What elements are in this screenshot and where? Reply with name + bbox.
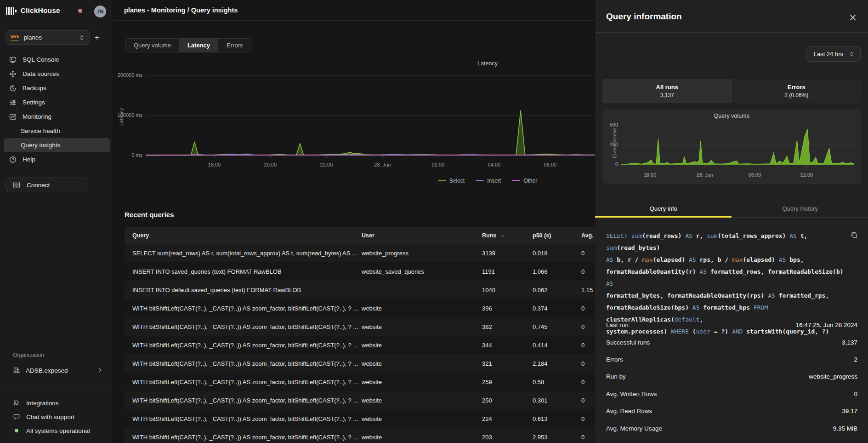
latency-y-ticks: 0 ms100000 ms200000 ms [114,0,142,184]
tab-query-info[interactable]: Query info [595,200,732,217]
table-row[interactable]: WITH bitShiftLeft(CAST(?..), _CAST(?..))… [125,373,595,391]
table-row[interactable]: SELECT sum(read_rows) AS r, sum(total_ro… [125,244,595,262]
monitoring-icon [9,113,17,121]
table-row[interactable]: WITH bitShiftLeft(CAST(?..), _CAST(?..))… [125,391,595,409]
sql-token: AS [689,256,699,263]
legend-item-other[interactable]: Other [512,178,537,184]
sidebar-item-monitoring[interactable]: Monitoring [4,109,110,124]
detail-value: 3,137 [842,339,857,346]
sql-token: AS [789,232,800,239]
sql-token: formatReadableQuantity(r) [606,268,700,275]
detail-label: Avg. Written Rows [606,391,657,397]
sort-desc-icon [500,233,505,238]
table-row[interactable]: WITH bitShiftLeft(CAST(?..), _CAST(?..))… [125,409,595,428]
user-cell [358,281,478,299]
table-row[interactable]: WITH bitShiftLeft(CAST(?..), _CAST(?..))… [125,354,595,373]
aws-icon: aws [11,35,19,40]
sidebar-item-settings[interactable]: Settings [4,95,110,109]
add-service-button[interactable]: + [90,33,104,42]
query-cell: WITH bitShiftLeft(CAST(?..), _CAST(?..))… [125,391,358,409]
detail-row-errors: Errors2 [606,351,857,368]
column-header-user[interactable]: User [358,227,478,244]
time-range-select[interactable]: Last 24 hrs [806,46,861,62]
organization-switcher[interactable]: ADSB.exposed [4,363,110,377]
detail-value: 16:47:25, Jun 28 2024 [796,322,857,328]
table-row[interactable]: WITH bitShiftLeft(CAST(?..), _CAST(?..))… [125,428,595,443]
avg-cell: 0 [578,409,595,428]
x-tick-label: 22:00 [320,162,333,167]
legend-item-insert[interactable]: Insert [476,178,501,184]
user-cell: website_saved_queries [358,262,478,281]
p50-cell: 2.953 [529,428,578,443]
sidebar-item-query-insights[interactable]: Query insights [4,138,110,152]
legend-label: Other [523,178,537,184]
connect-button[interactable]: Connect [6,178,87,192]
latency-chart[interactable] [146,69,595,161]
connect-label: Connect [27,182,50,189]
sidebar: ClickHouse ZN aws planes + SQL ConsoleDa… [0,0,113,443]
user-cell: website [358,409,478,428]
copy-icon[interactable] [851,231,858,239]
table-row[interactable]: INSERT INTO saved_queries (text) FORMAT … [125,262,595,281]
query-volume-chart[interactable] [621,122,854,168]
organization-name: ADSB.exposed [26,367,97,374]
tab-all-runs[interactable]: All runs 3,137 [602,79,732,103]
service-selector[interactable]: aws planes [6,30,90,45]
sql-token: formatted_rps, [779,292,829,299]
all-runs-value: 3,137 [660,92,674,98]
p50-cell: 0.374 [529,299,578,317]
table-row[interactable]: INSERT INTO default.saved_queries (text)… [125,281,595,299]
query-details-list: Last run16:47:25, Jun 28 2024Successful … [606,316,857,443]
avg-cell: 0 [578,317,595,336]
footer-item-integrations[interactable]: Integrations [4,396,110,410]
table-row[interactable]: WITH bitShiftLeft(CAST(?..), _CAST(?..))… [125,317,595,336]
sql-token: FROM [754,304,772,311]
integrations-icon [13,399,20,407]
sidebar-item-service-health[interactable]: Service health [4,124,110,138]
errors-value: 2 (0.06%) [784,92,808,98]
footer-item-chat-with-support[interactable]: Chat with support [4,410,110,424]
runs-cell: 1040 [478,281,529,299]
chart-view-tabs: Query volumeLatencyErrors [125,38,251,52]
avg-cell: 0 [578,336,595,354]
tab-errors[interactable]: Errors [218,39,251,52]
y-tick-label: 0 [615,161,618,167]
x-tick-label: 04:00 [488,162,501,167]
sidebar-item-backups[interactable]: Backups [4,81,110,95]
avg-cell: 0 [578,244,595,262]
table-row[interactable]: WITH bitShiftLeft(CAST(?..), _CAST(?..))… [125,299,595,317]
avatar[interactable]: ZN [94,6,106,17]
query-cell: WITH bitShiftLeft(CAST(?..), _CAST(?..))… [125,299,358,317]
table-row[interactable]: WITH bitShiftLeft(CAST(?..), _CAST(?..))… [125,336,595,354]
sidebar-item-help[interactable]: Help [4,152,110,167]
legend-swatch [438,180,446,182]
p50-cell: 0.062 [529,281,578,299]
footer-item-all-systems-operational[interactable]: All systems operational [4,424,110,437]
legend-item-select[interactable]: Select [438,178,465,184]
query-volume-title: Query volume [714,113,750,119]
detail-value: 9.35 MiB [833,425,857,432]
user-cell: website [358,373,478,391]
sidebar-item-sql-console[interactable]: SQL Console [4,52,110,67]
column-header-p50-s-[interactable]: p50 (s) [529,227,578,244]
user-cell: website [358,336,478,354]
x-tick-label: 20:00 [264,162,277,167]
tab-query-history[interactable]: Query history [732,200,868,217]
close-icon[interactable] [849,13,857,22]
p50-cell: 0.58 [529,373,578,391]
tab-errors[interactable]: Errors 2 (0.06%) [732,79,862,103]
x-tick-label: 28. Jun [697,172,713,178]
query-information-panel: Query information Last 24 hrs All runs 3… [595,0,868,443]
query-volume-y-ticks: 0250500 [602,109,618,183]
column-header-query[interactable]: Query [125,227,358,244]
detail-label: Errors [606,356,623,363]
detail-value: website_progress [809,373,857,380]
tab-latency[interactable]: Latency [179,39,218,52]
recent-queries-table: QueryUserRuns p50 (s)Avg. Written Rows S… [125,227,595,443]
legend-swatch [512,180,520,182]
sidebar-item-data-sources[interactable]: Data sources [4,67,110,81]
runs-cell: 344 [478,336,529,354]
sql-token: formatted_bytes, formatReadableQuantity(… [606,292,768,299]
column-header-runs[interactable]: Runs [478,227,529,244]
column-header-avg-written-rows[interactable]: Avg. Written Rows [578,227,595,244]
